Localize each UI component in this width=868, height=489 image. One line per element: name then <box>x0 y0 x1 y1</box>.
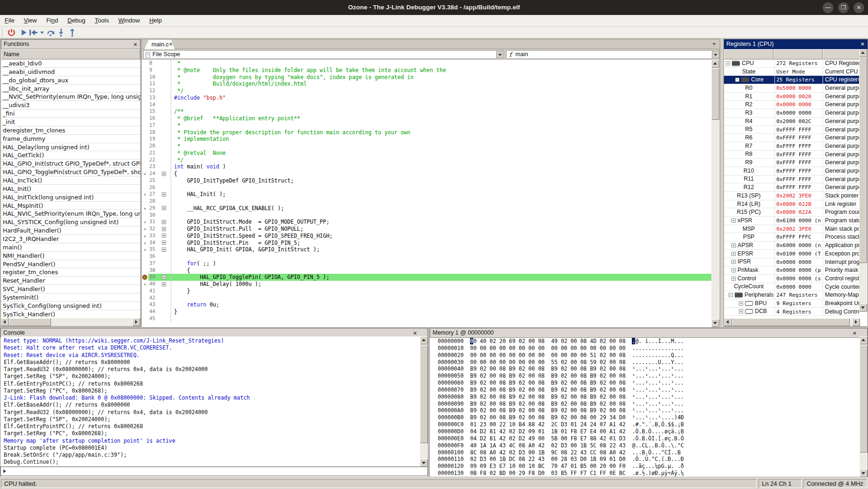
function-item[interactable]: deregister_tm_clones <box>1 126 140 135</box>
tab-main-c[interactable]: main.c✕ <box>145 40 174 49</box>
code-line[interactable]: 41 } <box>142 288 712 295</box>
registers-vscrollbar[interactable] <box>859 49 868 312</box>
breakpoint-gutter[interactable] <box>142 233 148 240</box>
breakpoint-gutter[interactable] <box>142 260 148 267</box>
function-item[interactable]: __udivsi3 <box>1 101 140 109</box>
code-line[interactable]: 11 * Build/doxigen/html/index.html <box>142 80 712 88</box>
reset-icon[interactable] <box>28 28 38 37</box>
function-item[interactable]: SVC_Handler() <box>1 285 140 293</box>
code-line[interactable]: 27+ HAL_Init( ); <box>142 191 712 198</box>
function-item[interactable]: _init <box>1 118 140 126</box>
memory-row[interactable]: 000000D0 04 D2 81 42 02 D2 09 01 1B 01 F… <box>438 428 860 435</box>
register-row-PriMask[interactable]: +PriMask0x0000 0000 (pPriority mask regi… <box>724 266 859 275</box>
memory-row[interactable]: 00000090 B9 02 00 08 B9 02 00 08 B9 02 0… <box>438 401 860 408</box>
tree-expand-icon[interactable]: + <box>739 301 743 306</box>
register-row-CycleCount[interactable]: CycleCount0x0000 0000Cycle counter <box>724 283 859 292</box>
fold-plus-icon[interactable]: + <box>162 248 166 252</box>
breakpoint-gutter[interactable] <box>142 136 148 143</box>
menu-find[interactable]: Find <box>42 15 63 26</box>
code-line[interactable]: 23int main( void ) <box>142 163 712 170</box>
fold-plus-icon[interactable]: + <box>162 282 166 286</box>
registers-close-icon[interactable]: ✕ <box>861 39 865 49</box>
function-item[interactable]: HAL_GetTick() <box>1 151 140 160</box>
editor-vscrollbar[interactable] <box>711 60 720 327</box>
function-item[interactable]: SysTick_Config(long unsigned int) <box>1 302 140 310</box>
code-line[interactable]: 18 * Ptovide the proper description for … <box>142 129 712 136</box>
register-row-EPSR[interactable]: +EPSR0x0100 0000 (TException program sta… <box>724 250 859 258</box>
fold-plus-icon[interactable]: + <box>162 234 166 238</box>
register-row-DCB[interactable]: +DCB4 RegistersDebug Control Block <box>724 308 859 316</box>
register-row-PSP[interactable]: PSP0xFFFF FFFCProcess stack pointer <box>724 233 859 241</box>
fold-plus-icon[interactable]: + <box>162 172 166 176</box>
breakpoint-gutter[interactable] <box>142 88 148 95</box>
code-line[interactable]: 32+ GPIO_InitStruct.Pull = GPIO_NOPULL; <box>142 226 712 233</box>
breakpoint-gutter[interactable] <box>142 108 148 115</box>
memory-row[interactable]: 00000040 B9 02 00 08 B9 02 00 08 B9 02 0… <box>438 365 860 372</box>
function-item[interactable]: NMI_Handler() <box>1 252 140 260</box>
breakpoint-gutter[interactable] <box>142 80 148 88</box>
register-row-Control[interactable]: +Control0x0000 0000 (sControl register <box>724 275 859 283</box>
console-input[interactable] <box>0 467 428 476</box>
toolbar-grip[interactable] <box>1 28 2 36</box>
tree-expand-icon[interactable]: + <box>731 219 736 223</box>
breakpoint-gutter[interactable] <box>142 301 148 308</box>
breakpoint-gutter[interactable] <box>142 157 148 164</box>
breakpoint-gutter[interactable] <box>142 198 148 205</box>
function-item[interactable]: __NVIC_SetPriority(enum IRQn_Type, long … <box>1 93 140 101</box>
file-scope-caret-icon[interactable] <box>496 51 503 58</box>
registers-col-value[interactable] <box>774 49 823 59</box>
memory-row[interactable]: 000000E0 04 D2 81 42 02 D2 49 00 5B 00 F… <box>438 435 860 442</box>
function-item[interactable]: __do_global_dtors_aux <box>1 76 140 85</box>
code-line[interactable]: 12 */ <box>142 88 712 95</box>
code-area[interactable]: 8 *9 * @note Only the files inside folde… <box>142 60 712 327</box>
code-line[interactable]: 39+ HAL_GPIO_TogglePin( GPIOA, GPIO_PIN_… <box>142 274 712 281</box>
code-line[interactable]: 21 * @retval None <box>142 150 712 157</box>
memory-row[interactable]: 00000100 8C 08 A0 42 02 D3 00 1B 9C 08 2… <box>438 449 860 456</box>
code-line[interactable]: 31+ GPIO_InitStruct.Mode = GPIO_MODE_OUT… <box>142 219 712 226</box>
register-row-State[interactable]: StateUser ModeCurrent CPU State <box>724 68 859 76</box>
code-line[interactable]: 42 <box>142 295 712 302</box>
fold-plus-icon[interactable]: + <box>162 241 166 245</box>
register-row-xPSR[interactable]: +xPSR0x6100 0000 (nProgram status regist… <box>724 217 859 225</box>
step-out-icon[interactable] <box>68 28 77 37</box>
memory-row[interactable]: 00000030 00 00 00 00 00 00 00 00 55 02 0… <box>438 359 860 366</box>
function-item[interactable]: __aeabi_ldiv0 <box>1 59 140 68</box>
code-line[interactable]: 36 <box>142 253 712 260</box>
register-row-R10[interactable]: R100xFFFF FFFFGeneral purpose register <box>724 167 859 175</box>
function-item[interactable]: Reset_Handler <box>1 277 140 285</box>
breakpoint-gutter[interactable] <box>142 246 148 253</box>
function-item[interactable]: I2C2_3_IRQHandler <box>1 235 140 243</box>
register-row-R12[interactable]: R120xFFFF FFFFGeneral purpose register <box>724 183 859 192</box>
code-line[interactable]: 13#include "bsp.h" <box>142 95 712 102</box>
breakpoint-gutter[interactable] <box>142 281 148 288</box>
breakpoint-gutter[interactable] <box>142 253 148 260</box>
memory-row[interactable]: 00000000 00 40 02 20 69 02 00 08 49 02 0… <box>438 338 860 345</box>
memory-row[interactable]: 00000080 B9 02 00 08 B9 02 00 08 B9 02 0… <box>438 394 860 401</box>
menu-debug[interactable]: Debug <box>63 15 90 26</box>
tree-expand-icon[interactable]: + <box>731 260 736 264</box>
tree-expand-icon[interactable]: + <box>731 268 736 272</box>
tree-expand-icon[interactable]: + <box>731 243 736 248</box>
function-item[interactable]: main() <box>1 243 140 252</box>
memory-row[interactable]: 00000110 02 D3 00 1B DC 08 22 43 00 28 0… <box>438 456 860 463</box>
register-row-R6[interactable]: R60xFFFF FFFFGeneral purpose register <box>724 134 859 142</box>
functions-name-column-header[interactable]: Name <box>1 49 140 59</box>
memory-row[interactable]: 00000020 00 00 00 00 00 00 00 00 00 00 0… <box>438 352 860 359</box>
function-item[interactable]: HAL_MspInit() <box>1 202 140 210</box>
code-line[interactable]: 14 <box>142 102 712 109</box>
code-line[interactable]: 43 return 0u; <box>142 301 712 308</box>
register-row-R2[interactable]: R20x0000 0000General purpose register <box>724 101 859 109</box>
register-row-CPU[interactable]: −CPU272 RegistersCPU Registers <box>724 59 859 68</box>
breakpoint-gutter[interactable] <box>142 163 148 170</box>
code-line[interactable]: 25 GPIO_InitTypeDef GPIO_InitStruct; <box>142 177 712 184</box>
breakpoint-gutter[interactable] <box>142 122 148 129</box>
memory-vscrollbar[interactable] <box>860 336 868 477</box>
register-row-Peripherals[interactable]: −Peripherals247 RegistersMemory-Mapped P… <box>724 291 859 299</box>
breakpoint-gutter[interactable] <box>142 102 148 109</box>
function-item[interactable]: SystemInit() <box>1 293 140 302</box>
function-item[interactable]: HAL_GPIO_TogglePin(struct GPIO_TypeDef*,… <box>1 168 140 176</box>
register-row-R4[interactable]: R40x2000 002CGeneral purpose register <box>724 117 859 126</box>
code-line[interactable]: 35+ HAL_GPIO_Init( GPIOA, &GPIO_InitStru… <box>142 246 712 253</box>
breakpoint-gutter[interactable] <box>142 267 148 274</box>
breakpoint-gutter[interactable] <box>142 60 148 67</box>
